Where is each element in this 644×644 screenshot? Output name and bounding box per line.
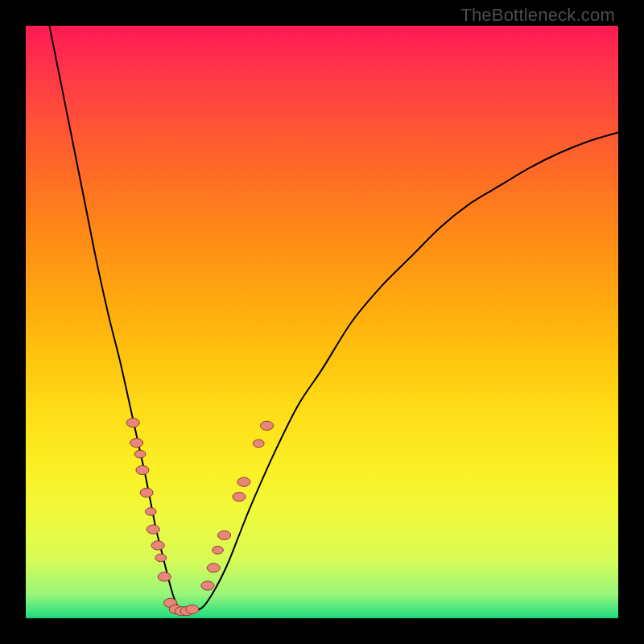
data-marker xyxy=(140,488,153,497)
data-marker xyxy=(158,572,171,581)
data-marker xyxy=(126,419,139,427)
data-marker xyxy=(145,508,156,516)
watermark-text: TheBottleneck.com xyxy=(460,5,615,26)
data-marker xyxy=(186,605,199,613)
curve-layer xyxy=(26,26,618,618)
data-marker xyxy=(233,493,246,502)
data-marker xyxy=(213,547,224,555)
data-marker xyxy=(253,440,264,448)
data-marker xyxy=(134,450,146,458)
data-marker xyxy=(218,530,231,539)
bottleneck-curve xyxy=(49,26,618,613)
data-marker xyxy=(147,525,159,534)
data-marker xyxy=(136,465,149,474)
data-marker xyxy=(130,439,143,448)
data-marker xyxy=(207,564,220,572)
data-marker xyxy=(155,554,167,562)
data-marker xyxy=(237,477,250,486)
data-marker xyxy=(201,581,214,590)
bottleneck-curve-path xyxy=(49,26,618,613)
data-marker xyxy=(151,541,164,550)
plot-area xyxy=(26,26,618,618)
curve-markers xyxy=(126,419,273,616)
data-marker xyxy=(261,421,274,430)
outer-frame: TheBottleneck.com xyxy=(0,0,644,644)
